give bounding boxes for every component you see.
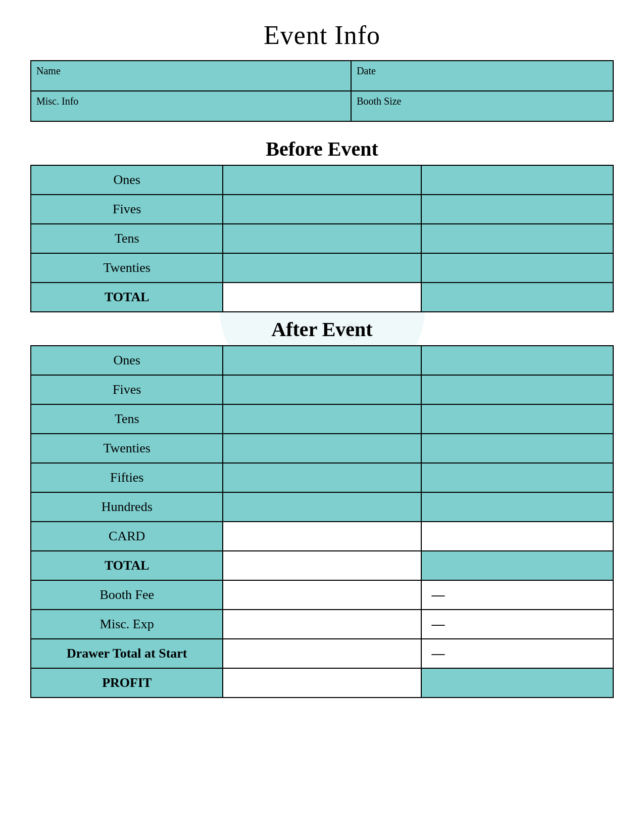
table-row: Tens — [31, 404, 613, 434]
table-row: Ones — [31, 346, 613, 375]
card-label-after: CARD — [31, 522, 223, 551]
fives-input-before[interactable] — [223, 195, 421, 224]
twenties-input-before[interactable] — [223, 253, 421, 283]
after-event-table: Ones Fives Tens Twenties Fifties Hundred… — [30, 345, 614, 698]
misc-exp-minus: — — [421, 610, 614, 639]
twenties-label-after: Twenties — [31, 434, 223, 463]
tens-input-after[interactable] — [223, 404, 421, 434]
fifties-result-after — [421, 463, 614, 492]
table-row: Fives — [31, 375, 613, 404]
name-label: Name — [31, 61, 351, 91]
misc-exp-label: Misc. Exp — [31, 610, 223, 639]
table-row: Fifties — [31, 463, 613, 492]
date-label: Date — [351, 61, 613, 91]
table-row: Fives — [31, 195, 613, 224]
fives-result-before — [421, 195, 614, 224]
drawer-total-input[interactable] — [223, 639, 421, 668]
card-result-after — [421, 522, 614, 551]
tens-label-before: Tens — [31, 224, 223, 253]
table-row: TOTAL — [31, 551, 613, 580]
booth-size-label: Booth Size — [351, 91, 613, 121]
table-row: Tens — [31, 224, 613, 253]
ones-result-before — [421, 165, 614, 195]
table-row: Hundreds — [31, 492, 613, 522]
fives-label-before: Fives — [31, 195, 223, 224]
table-row: Drawer Total at Start — — [31, 639, 613, 668]
misc-info-label: Misc. Info — [31, 91, 351, 121]
booth-fee-minus: — — [421, 580, 614, 610]
ones-label-after: Ones — [31, 346, 223, 375]
profit-result — [421, 668, 614, 698]
event-info-table: Name Date Misc. Info Booth Size — [30, 60, 614, 122]
table-row: CARD — [31, 522, 613, 551]
drawer-total-label: Drawer Total at Start — [31, 639, 223, 668]
total-result-after — [421, 551, 614, 580]
booth-fee-label: Booth Fee — [31, 580, 223, 610]
fives-label-after: Fives — [31, 375, 223, 404]
ones-label-before: Ones — [31, 165, 223, 195]
hundreds-result-after — [421, 492, 614, 522]
tens-input-before[interactable] — [223, 224, 421, 253]
twenties-input-after[interactable] — [223, 434, 421, 463]
fives-input-after[interactable] — [223, 375, 421, 404]
table-row: Twenties — [31, 434, 613, 463]
hundreds-input-after[interactable] — [223, 492, 421, 522]
total-label-after: TOTAL — [31, 551, 223, 580]
misc-exp-input[interactable] — [223, 610, 421, 639]
table-row: Booth Fee — — [31, 580, 613, 610]
table-row: Twenties — [31, 253, 613, 283]
ones-input-after[interactable] — [223, 346, 421, 375]
card-input-after[interactable] — [223, 522, 421, 551]
ones-result-after — [421, 346, 614, 375]
after-event-title: After Event — [30, 317, 614, 341]
booth-fee-input[interactable] — [223, 580, 421, 610]
table-row: Misc. Exp — — [31, 610, 613, 639]
twenties-result-after — [421, 434, 614, 463]
total-result-before — [421, 283, 614, 312]
table-row: TOTAL — [31, 283, 613, 312]
total-input-before[interactable] — [223, 283, 421, 312]
hundreds-label-after: Hundreds — [31, 492, 223, 522]
drawer-total-minus: — — [421, 639, 614, 668]
tens-label-after: Tens — [31, 404, 223, 434]
table-row: Ones — [31, 165, 613, 195]
total-input-after[interactable] — [223, 551, 421, 580]
ones-input-before[interactable] — [223, 165, 421, 195]
before-event-title: Before Event — [30, 137, 614, 161]
fifties-label-after: Fifties — [31, 463, 223, 492]
tens-result-before — [421, 224, 614, 253]
table-row: PROFIT — [31, 668, 613, 698]
fifties-input-after[interactable] — [223, 463, 421, 492]
tens-result-after — [421, 404, 614, 434]
twenties-result-before — [421, 253, 614, 283]
profit-label: PROFIT — [31, 668, 223, 698]
before-event-table: Ones Fives Tens Twenties TOTAL — [30, 165, 614, 312]
profit-input[interactable] — [223, 668, 421, 698]
total-label-before: TOTAL — [31, 283, 223, 312]
page-title: Event Info — [30, 20, 614, 50]
fives-result-after — [421, 375, 614, 404]
twenties-label-before: Twenties — [31, 253, 223, 283]
